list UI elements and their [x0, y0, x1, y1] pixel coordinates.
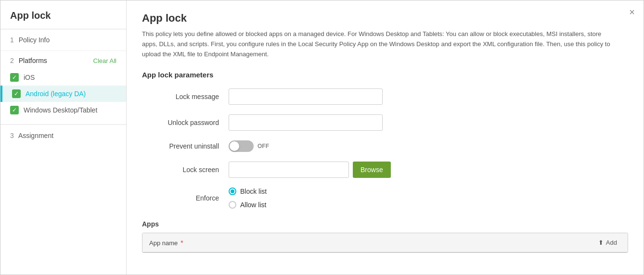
radio-block-list[interactable]: [229, 188, 236, 195]
lock-message-input[interactable]: [229, 88, 383, 105]
prevent-uninstall-row: Prevent uninstall OFF: [142, 140, 628, 152]
lock-message-row: Lock message: [142, 88, 628, 105]
browse-button[interactable]: Browse: [353, 162, 391, 178]
sidebar-item-label-policy-info: Policy Info: [19, 36, 50, 44]
close-button[interactable]: ×: [629, 7, 635, 17]
enforce-label: Enforce: [142, 194, 229, 202]
lock-screen-wrap: Browse: [229, 162, 391, 178]
sidebar-item-label-assignment: Assignment: [18, 132, 53, 139]
lock-screen-input[interactable]: [229, 162, 349, 178]
step-number-3: 3: [10, 132, 14, 139]
lock-screen-label: Lock screen: [142, 166, 229, 174]
enforce-options: Block list Allow list: [229, 188, 267, 209]
checkbox-windows[interactable]: ✓: [10, 106, 19, 114]
toggle-state-label: OFF: [258, 143, 269, 150]
platform-item-windows[interactable]: ✓ Windows Desktop/Tablet: [10, 102, 116, 118]
step-number-2: 2: [10, 57, 14, 64]
sidebar-title: App lock: [0, 0, 126, 29]
app-name-label: App name: [149, 239, 178, 247]
platforms-section: 2 Platforms Clear All ✓ iOS ✓ Android (l…: [0, 51, 126, 125]
app-name-column-header: App name *: [149, 239, 183, 247]
apps-title: Apps: [142, 220, 628, 228]
toggle-knob: [230, 141, 239, 151]
add-app-button[interactable]: ⬆ Add: [594, 238, 621, 247]
unlock-password-row: Unlock password: [142, 114, 628, 131]
sidebar-item-assignment[interactable]: 3 Assignment: [0, 125, 126, 146]
platform-label-ios: iOS: [24, 74, 35, 81]
enforce-allow-list[interactable]: Allow list: [229, 201, 267, 209]
platform-item-ios[interactable]: ✓ iOS: [10, 69, 116, 86]
required-star: *: [180, 239, 183, 247]
apps-table: App name * ⬆ Add: [142, 233, 628, 253]
unlock-password-label: Unlock password: [142, 119, 229, 126]
checkbox-ios[interactable]: ✓: [10, 73, 19, 82]
add-icon: ⬆: [598, 239, 604, 246]
prevent-uninstall-toggle[interactable]: [229, 140, 254, 152]
description-text: This policy lets you define allowed or b…: [142, 29, 614, 59]
platform-label-android: Android (legacy DA): [26, 90, 86, 98]
checkbox-android[interactable]: ✓: [12, 89, 21, 98]
prevent-uninstall-toggle-wrap: OFF: [229, 140, 269, 152]
apps-table-header: App name * ⬆ Add: [142, 233, 628, 252]
step-number-1: 1: [10, 36, 14, 44]
sidebar-item-policy-info[interactable]: 1 Policy Info: [0, 29, 126, 51]
apps-section: Apps App name * ⬆ Add: [142, 220, 628, 253]
section-title: App lock parameters: [142, 71, 628, 79]
platform-item-android[interactable]: ✓ Android (legacy DA): [0, 86, 126, 102]
platforms-label: 2 Platforms: [10, 57, 47, 64]
main-content: × App lock This policy lets you define a…: [127, 0, 644, 275]
allow-list-label: Allow list: [240, 201, 266, 209]
lock-message-label: Lock message: [142, 93, 229, 100]
platforms-header: 2 Platforms Clear All: [10, 57, 116, 64]
unlock-password-input[interactable]: [229, 114, 383, 131]
sidebar: App lock 1 Policy Info 2 Platforms Clear…: [0, 0, 127, 275]
enforce-row: Enforce Block list Allow list: [142, 188, 628, 209]
prevent-uninstall-label: Prevent uninstall: [142, 142, 229, 150]
clear-all-link[interactable]: Clear All: [93, 57, 116, 64]
add-label: Add: [606, 239, 617, 246]
radio-allow-list[interactable]: [229, 201, 236, 209]
platform-label-windows: Windows Desktop/Tablet: [24, 106, 97, 114]
lock-screen-row: Lock screen Browse: [142, 162, 628, 178]
main-title: App lock: [142, 12, 628, 25]
enforce-block-list[interactable]: Block list: [229, 188, 267, 195]
block-list-label: Block list: [240, 188, 267, 195]
